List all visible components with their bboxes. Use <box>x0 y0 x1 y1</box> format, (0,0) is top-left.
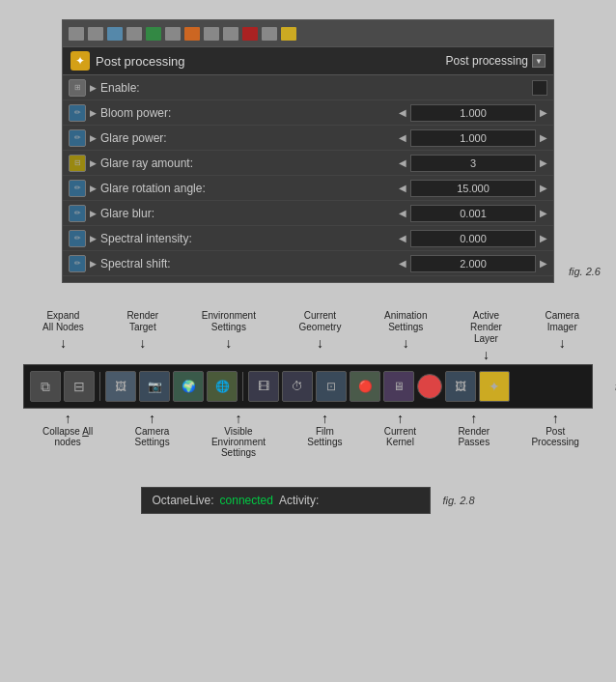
toolbar-divider-1 <box>99 372 100 401</box>
glare-ray-amount-row: ⊟ ▶ Glare ray amount: ◀ 3 ▶ <box>63 151 553 176</box>
glare-rotation-expand-arrow[interactable]: ▶ <box>90 184 97 193</box>
glare-blur-bar[interactable]: 0.001 <box>410 205 536 222</box>
glare-ray-amount-value: 3 <box>470 157 476 169</box>
visible-environment-settings-button[interactable]: 🌐 <box>207 371 238 402</box>
arrow-up-collapse-all <box>65 411 71 426</box>
camera-imager-button[interactable]: 🖼 <box>445 371 476 402</box>
spectral-shift-left-arrow[interactable]: ◀ <box>399 258 406 269</box>
toolbar-icon-9[interactable] <box>223 27 238 41</box>
annotation-collapse-all-nodes: Collapse All nodes <box>42 411 93 458</box>
enable-checkbox[interactable] <box>532 80 547 96</box>
spectral-shift-expand-arrow[interactable]: ▶ <box>90 259 97 269</box>
fig26-header: ✦ Post processing Post processing ▼ <box>63 47 553 75</box>
toolbar-icon-6[interactable] <box>165 27 181 41</box>
post-processing-button[interactable] <box>417 374 442 399</box>
glare-ray-amount-label: Glare ray amount: <box>100 156 395 170</box>
glare-ray-amount-icon: ⊟ <box>69 155 86 172</box>
toolbar-icon-7[interactable] <box>184 27 200 41</box>
glare-rotation-left-arrow[interactable]: ◀ <box>399 183 406 193</box>
annotation-camera-settings-bottom: Camera Settings <box>135 411 170 458</box>
glare-ray-right-arrow[interactable]: ▶ <box>540 157 547 168</box>
octane-star-button[interactable]: ✦ <box>479 371 510 402</box>
spectral-intensity-icon: ✏ <box>69 230 86 247</box>
dropdown-arrow-icon[interactable]: ▼ <box>532 54 546 68</box>
fig27-top-annotations: Expand All Nodes Render Target Environme… <box>14 310 602 362</box>
bloom-power-row: ✏ ▶ Bloom power: ◀ 1.000 ▶ <box>63 100 553 126</box>
toolbar-icon-11[interactable] <box>262 27 277 41</box>
activity-label: Activity: <box>279 494 319 507</box>
fig26-title: Post processing <box>96 54 185 69</box>
bloom-power-value: 1.000 <box>460 107 487 119</box>
spectral-intensity-expand-arrow[interactable]: ▶ <box>90 234 97 243</box>
active-render-layer-button[interactable]: 🔴 <box>350 371 380 402</box>
arrow-up-kernel <box>397 411 404 426</box>
fig27-bottom-annotations: Collapse All nodes Camera Settings Visib… <box>14 411 602 458</box>
spectral-intensity-bar[interactable]: 0.000 <box>410 230 536 247</box>
glare-ray-left-arrow[interactable]: ◀ <box>399 157 406 168</box>
fig26-dropdown[interactable]: Post processing ▼ <box>446 54 546 68</box>
spectral-shift-bar[interactable]: 2.000 <box>410 255 536 272</box>
glare-ray-expand-arrow[interactable]: ▶ <box>90 158 97 168</box>
fig27-toolbar: ⧉ ⊟ 🖼 📷 🌍 🌐 🎞 ⏱ ⊡ 🔴 🖥 <box>23 364 593 409</box>
glare-power-row: ✏ ▶ Glare power: ◀ 1.000 ▶ <box>63 126 553 151</box>
connected-status: connected <box>220 494 273 507</box>
arrow-active-render-layer <box>483 347 490 362</box>
glare-power-bar[interactable]: 1.000 <box>410 129 536 147</box>
fig27-wrapper: ⧉ ⊟ 🖼 📷 🌍 🌐 🎞 ⏱ ⊡ 🔴 🖥 <box>14 364 602 409</box>
toolbar-icon-8[interactable] <box>204 27 219 41</box>
spectral-shift-value: 2.000 <box>460 258 487 270</box>
collapse-all-nodes-button[interactable]: ⊟ <box>64 371 95 402</box>
glare-blur-left-arrow[interactable]: ◀ <box>399 208 406 218</box>
glare-rotation-angle-bar[interactable]: 15.000 <box>410 180 536 197</box>
spectral-shift-right-arrow[interactable]: ▶ <box>540 258 547 269</box>
camera-settings-button[interactable]: 📷 <box>139 371 170 402</box>
annotation-environment-settings: Environment Settings <box>202 310 256 362</box>
toolbar-icon-4[interactable] <box>126 27 142 41</box>
annotation-current-geometry: Current Geometry <box>299 310 342 362</box>
fig26-dropdown-label: Post processing <box>446 54 528 68</box>
film-settings-button[interactable]: 🎞 <box>248 371 279 402</box>
spectral-intensity-row: ✏ ▶ Spectral intensity: ◀ 0.000 ▶ <box>63 226 553 251</box>
arrow-up-render-passes <box>470 411 477 426</box>
annotation-render-passes-bottom: Render Passes <box>458 411 490 458</box>
toolbar-icon-12[interactable] <box>281 27 296 41</box>
fig26-panel: ✦ Post processing Post processing ▼ ⊞ ▶ … <box>62 19 554 283</box>
bloom-right-arrow[interactable]: ▶ <box>540 107 547 118</box>
environment-settings-button[interactable]: 🌍 <box>173 371 204 402</box>
spectral-intensity-right-arrow[interactable]: ▶ <box>540 233 547 243</box>
current-kernel-button[interactable]: ⏱ <box>282 371 313 402</box>
render-passes-button[interactable]: 🖥 <box>383 371 414 402</box>
animation-settings-button[interactable]: ⊡ <box>316 371 347 402</box>
annotation-camera-imager: Camera Imager <box>545 310 579 362</box>
expand-all-nodes-button[interactable]: ⧉ <box>30 371 61 402</box>
bloom-power-icon: ✏ <box>69 104 86 122</box>
fig28-label: fig. 2.8 <box>442 495 474 506</box>
glare-ray-amount-bar[interactable]: 3 <box>410 155 536 172</box>
arrow-environment-settings <box>225 335 232 351</box>
glare-power-left-arrow[interactable]: ◀ <box>399 132 406 143</box>
glare-rotation-angle-row: ✏ ▶ Glare rotation angle: ◀ 15.000 ▶ <box>63 176 553 201</box>
arrow-up-visible-env <box>236 411 242 426</box>
toolbar-divider-2 <box>242 372 243 401</box>
annotation-current-kernel-bottom: Current Kernel <box>384 411 416 458</box>
toolbar-icon-10[interactable] <box>242 27 258 41</box>
enable-expand-arrow[interactable]: ▶ <box>90 83 97 93</box>
glare-power-expand-arrow[interactable]: ▶ <box>90 133 97 143</box>
spectral-shift-row: ✏ ▶ Spectral shift: ◀ 2.000 ▶ <box>63 251 553 276</box>
render-target-button[interactable]: 🖼 <box>105 371 136 402</box>
bloom-power-bar[interactable]: 1.000 <box>410 104 536 122</box>
glare-power-icon: ✏ <box>69 129 86 147</box>
toolbar-icon-2[interactable] <box>88 27 103 41</box>
toolbar-icon-3[interactable] <box>107 27 123 41</box>
toolbar-icon-1[interactable] <box>69 27 84 41</box>
glare-blur-expand-arrow[interactable]: ▶ <box>90 209 97 218</box>
glare-blur-right-arrow[interactable]: ▶ <box>540 208 547 218</box>
arrow-camera-imager <box>559 335 566 351</box>
glare-rotation-right-arrow[interactable]: ▶ <box>540 183 547 193</box>
bloom-left-arrow[interactable]: ◀ <box>399 107 406 118</box>
toolbar-icon-5[interactable] <box>146 27 161 41</box>
bloom-expand-arrow[interactable]: ▶ <box>90 108 97 118</box>
spectral-intensity-left-arrow[interactable]: ◀ <box>399 233 406 243</box>
glare-power-right-arrow[interactable]: ▶ <box>540 132 547 143</box>
star-icon: ✦ <box>70 51 90 71</box>
